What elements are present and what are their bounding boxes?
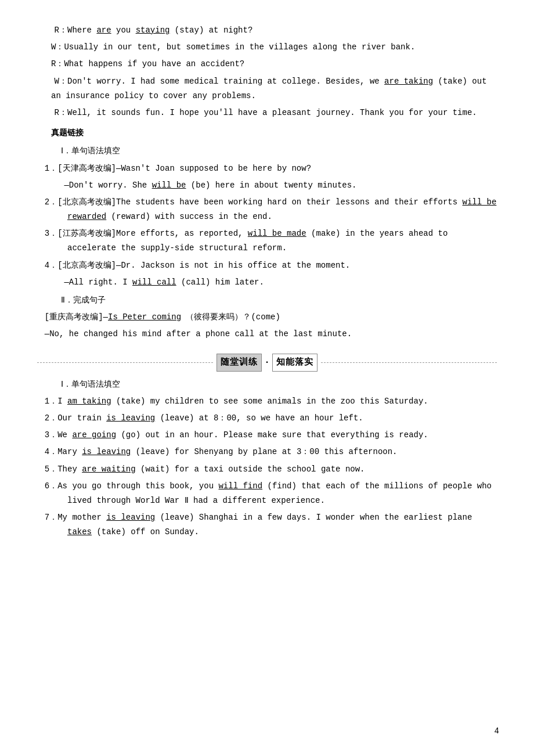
- st-item-3: 3．We are going (go) out in an hour. Plea…: [35, 428, 499, 442]
- st-item-4: 4．Mary is leaving (leave) for Shenyang b…: [35, 445, 499, 459]
- page-content: R：Where are you staying (stay) at night?…: [35, 23, 499, 539]
- underline-will-be-rewarded: will be rewarded: [67, 197, 496, 221]
- underline-am-taking: am taking: [67, 397, 111, 406]
- exercise-item-1-line2: —Don't worry. She will be (be) here in a…: [35, 178, 499, 193]
- underline-are-going: are going: [72, 430, 116, 440]
- st-item-5: 5．They are waiting (wait) for a taxi out…: [35, 462, 499, 477]
- underline-is-leaving-2: is leaving: [106, 413, 155, 423]
- underline-will-be: will be: [152, 181, 186, 190]
- exercise-item-4-line2: —All right. I will call (call) him later…: [35, 275, 499, 290]
- divider-dot: ·: [264, 354, 270, 371]
- subsection2-title: Ⅱ．完成句子: [35, 293, 499, 308]
- st-item-2: 2．Our train is leaving (leave) at 8：00, …: [35, 411, 499, 426]
- divider-line-left: [37, 362, 213, 363]
- dialogue-r2: R：What happens if you have an accident?: [35, 57, 499, 71]
- underline-are-waiting: are waiting: [82, 465, 135, 474]
- divider-label-left: 随堂训练: [217, 354, 262, 372]
- st-item-6: 6．As you go through this book, you will …: [35, 479, 499, 508]
- underline-is-peter-coming: Is Peter coming: [108, 312, 181, 322]
- zhen-ti-title: 真题链接: [35, 126, 499, 141]
- underline-staying: staying: [136, 26, 170, 35]
- dialogue-w1: W：Usually in our tent, but sometimes in …: [35, 40, 499, 55]
- underline-will-find: will find: [218, 481, 262, 491]
- exercise-item-3: 3．[江苏高考改编]More efforts, as reported, wil…: [35, 226, 499, 255]
- exercise-item-2: 2．[北京高考改编]The students have been working…: [35, 195, 499, 224]
- underline-is-leaving-4: is leaving: [106, 513, 155, 522]
- st-item-7: 7．My mother is leaving (leave) Shanghai …: [35, 510, 499, 539]
- section-divider: 随堂训练 · 知能落实: [35, 354, 499, 372]
- underline-will-be-made: will be made: [248, 229, 306, 238]
- dialogue-r1: R：Where are you staying (stay) at night?: [35, 23, 499, 38]
- page-number: 4: [495, 724, 499, 739]
- subsection1-title: Ⅰ．单句语法填空: [35, 144, 499, 159]
- exercise-item-5-line2: —No, he changed his mind after a phone c…: [35, 327, 499, 341]
- exercise-item-1: 1．[天津高考改编]—Wasn't Joan supposed to be he…: [35, 161, 499, 176]
- underline-is-leaving-3: is leaving: [82, 447, 131, 456]
- exercise-item-4-line1: 4．[北京高考改编]—Dr. Jackson is not in his off…: [35, 258, 499, 273]
- underline-will-call: will call: [132, 278, 176, 287]
- underline-are-taking: are taking: [384, 77, 433, 86]
- divider-line-right: [321, 362, 497, 363]
- dialogue-r3: R：Well, it sounds fun. I hope you'll hav…: [35, 106, 499, 120]
- underline-takes: takes: [67, 527, 92, 537]
- st-subsection1-title: Ⅰ．单句语法填空: [35, 377, 499, 392]
- exercise-item-5-line1: [重庆高考改编]—Is Peter coming （彼得要来吗）？(come): [35, 310, 499, 325]
- st-item-1: 1．I am taking (take) my children to see …: [35, 394, 499, 409]
- underline-are: are: [96, 26, 111, 35]
- divider-label-right: 知能落实: [272, 354, 317, 372]
- dialogue-w2: W：Don't worry. I had some medical traini…: [35, 74, 499, 103]
